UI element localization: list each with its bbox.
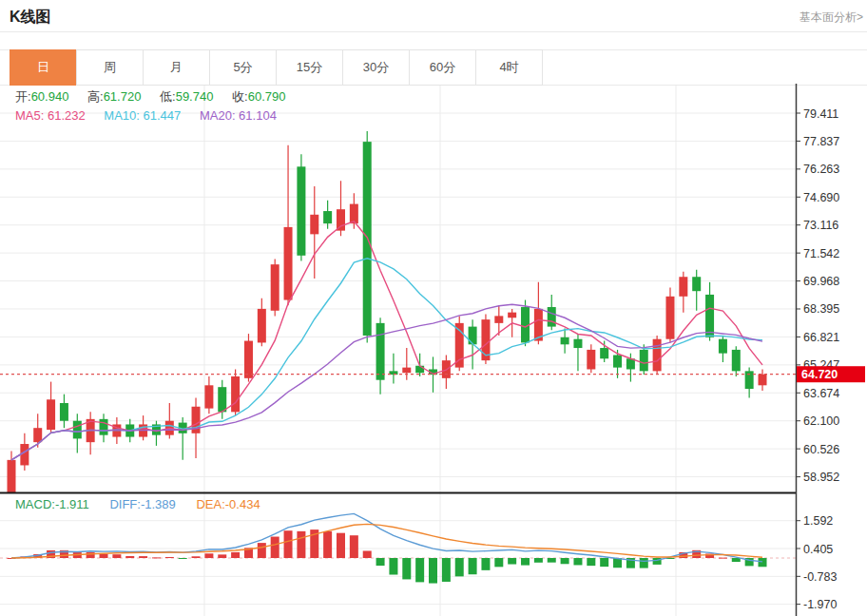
- current-price-badge: 64.720: [797, 366, 865, 382]
- low-label: 低:: [160, 89, 176, 104]
- close-label: 收:: [232, 89, 248, 104]
- ma20-legend: MA20: 61.104: [200, 108, 277, 123]
- svg-text:58.952: 58.952: [803, 471, 839, 484]
- close-value: 60.790: [248, 89, 286, 104]
- ma10-legend: MA10: 61.447: [104, 108, 181, 123]
- svg-text:63.674: 63.674: [803, 387, 839, 400]
- svg-text:66.821: 66.821: [803, 331, 839, 344]
- high-label: 高:: [87, 89, 104, 104]
- macd-legend: MACD:-1.911 DIFF:-1.389 DEA:-0.434: [15, 497, 260, 511]
- low-value: 59.740: [176, 89, 214, 104]
- svg-text:-0.783: -0.783: [803, 570, 837, 584]
- kline-widget: K线图 基本面分析> 日 周 月 5分 15分 30分 60分 4时 79.41…: [0, 0, 867, 616]
- svg-text:1.592: 1.592: [803, 514, 833, 528]
- svg-text:60.526: 60.526: [803, 443, 839, 456]
- macd-value: MACD:-1.911: [15, 497, 89, 511]
- ma5-legend: MA5: 61.232: [15, 108, 86, 123]
- svg-text:79.411: 79.411: [803, 107, 838, 121]
- svg-text:77.837: 77.837: [803, 135, 839, 148]
- high-value: 61.720: [104, 89, 142, 104]
- svg-text:71.542: 71.542: [803, 247, 839, 260]
- svg-text:76.263: 76.263: [803, 163, 839, 176]
- svg-text:68.395: 68.395: [803, 302, 839, 316]
- diff-value: DIFF:-1.389: [109, 497, 175, 511]
- svg-text:0.405: 0.405: [803, 543, 833, 556]
- ohlc-legend: 开:60.940 高:61.720 低:59.740 收:60.790: [15, 88, 300, 106]
- svg-text:69.968: 69.968: [803, 275, 839, 288]
- svg-text:73.116: 73.116: [803, 219, 838, 232]
- open-label: 开:: [15, 89, 31, 104]
- svg-text:64.720: 64.720: [801, 368, 838, 381]
- ma-legend: MA5: 61.232 MA10: 61.447 MA20: 61.104: [15, 108, 292, 123]
- svg-text:-1.970: -1.970: [803, 598, 837, 611]
- svg-text:62.100: 62.100: [803, 414, 839, 428]
- open-value: 60.940: [31, 89, 69, 104]
- svg-text:74.690: 74.690: [803, 191, 839, 204]
- dea-value: DEA:-0.434: [196, 497, 260, 511]
